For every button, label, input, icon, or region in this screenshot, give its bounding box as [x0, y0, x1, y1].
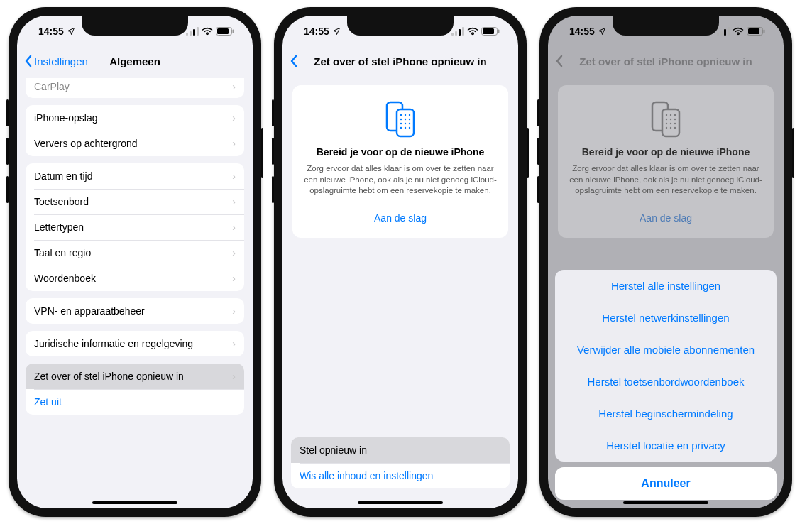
row-label: Taal en regio — [34, 247, 91, 258]
reset-action-sheet: Herstel alle instellingen Herstel netwer… — [555, 270, 777, 500]
chevron-left-icon — [24, 55, 33, 67]
row-shutdown[interactable]: Zet uit — [26, 389, 244, 415]
svg-point-14 — [409, 114, 410, 116]
sheet-reset-all-settings[interactable]: Herstel alle instellingen — [555, 270, 777, 302]
chevron-right-icon: › — [232, 338, 236, 349]
prepare-card: Bereid je voor op de nieuwe iPhone Zorg … — [292, 85, 508, 238]
row-dictionary[interactable]: Woordenboek› — [26, 266, 244, 291]
chevron-right-icon: › — [232, 371, 236, 382]
phone-frame-3: 14:55 Zet over of stel iPhone opnieuw in — [539, 7, 792, 517]
row-label: Datum en tijd — [34, 170, 92, 182]
notch — [82, 16, 188, 36]
settings-group-storage: iPhone-opslag › Ververs op achtergrond › — [26, 105, 244, 156]
phone-frame-2: 14:55 Zet over of stel iPhone opnieuw in — [274, 7, 527, 517]
home-indicator[interactable] — [92, 501, 177, 504]
chevron-right-icon: › — [232, 247, 236, 258]
wifi-icon — [467, 27, 478, 36]
chevron-right-icon: › — [232, 196, 236, 207]
nav-bar: Zet over of stel iPhone opnieuw in — [282, 47, 518, 75]
row-label: Juridische informatie en regelgeving — [34, 338, 193, 349]
settings-group-carplay: CarPlay › — [26, 78, 244, 98]
screen-2: 14:55 Zet over of stel iPhone opnieuw in — [282, 16, 518, 508]
svg-point-15 — [400, 119, 402, 120]
settings-group-locale: Datum en tijd› Toetsenbord› Lettertypen›… — [26, 163, 244, 291]
sheet-reset-home-layout[interactable]: Herstel beginschermindeling — [555, 398, 777, 430]
row-background-refresh[interactable]: Ververs op achtergrond › — [26, 131, 244, 156]
sheet-remove-cellular-plans[interactable]: Verwijder alle mobiele abonnementen — [555, 334, 777, 366]
row-fonts[interactable]: Lettertypen› — [26, 214, 244, 240]
svg-point-18 — [400, 123, 402, 124]
sheet-cancel-button[interactable]: Annuleer — [555, 467, 777, 500]
row-date-time[interactable]: Datum en tijd› — [26, 163, 244, 189]
row-label: Toetsenbord — [34, 196, 89, 207]
back-button[interactable] — [290, 55, 298, 67]
row-label: Ververs op achtergrond — [34, 138, 138, 149]
row-label: VPN- en apparaatbeheer — [34, 305, 145, 317]
svg-point-13 — [405, 114, 406, 116]
location-icon — [332, 27, 341, 36]
row-carplay[interactable]: CarPlay › — [26, 78, 244, 98]
row-label: CarPlay — [34, 81, 70, 92]
get-started-button[interactable]: Aan de slag — [304, 208, 497, 228]
chevron-right-icon: › — [232, 273, 236, 284]
settings-group-vpn: VPN- en apparaatbeheer› — [26, 298, 244, 324]
svg-rect-9 — [498, 30, 500, 33]
sheet-reset-location-privacy[interactable]: Herstel locatie en privacy — [555, 430, 777, 462]
row-transfer-reset[interactable]: Zet over of stel iPhone opnieuw in› — [26, 364, 244, 389]
home-indicator[interactable] — [358, 501, 443, 504]
row-reset[interactable]: Stel opnieuw in — [291, 437, 510, 463]
phone-frame-1: 14:55 Instellingen Algemeen CarPlay › — [9, 7, 261, 517]
screen-1: 14:55 Instellingen Algemeen CarPlay › — [17, 16, 253, 508]
row-label: Woordenboek — [34, 273, 96, 284]
screen-3: 14:55 Zet over of stel iPhone opnieuw in — [548, 16, 784, 508]
svg-rect-6 — [233, 30, 234, 33]
sheet-reset-keyboard-dict[interactable]: Herstel toetsenbordwoordenboek — [555, 366, 777, 398]
svg-rect-8 — [483, 28, 494, 34]
reset-options-list: Stel opnieuw in Wis alle inhoud en inste… — [291, 437, 510, 488]
notch — [613, 16, 719, 36]
row-label: Lettertypen — [34, 222, 84, 233]
nav-bar: Instellingen Algemeen — [17, 47, 253, 75]
chevron-left-icon — [290, 55, 298, 67]
row-iphone-storage[interactable]: iPhone-opslag › — [26, 105, 244, 131]
battery-icon — [481, 27, 500, 36]
notch — [347, 16, 454, 36]
cellular-icon — [186, 27, 199, 36]
row-label: Zet uit — [34, 396, 62, 408]
sheet-reset-network[interactable]: Herstel netwerkinstellingen — [555, 302, 777, 334]
location-icon — [67, 27, 75, 36]
svg-rect-5 — [217, 28, 229, 34]
row-keyboard[interactable]: Toetsenbord› — [26, 189, 244, 214]
row-label: Zet over of stel iPhone opnieuw in — [34, 371, 184, 382]
chevron-right-icon: › — [232, 81, 236, 92]
svg-point-16 — [405, 119, 406, 120]
row-legal[interactable]: Juridische informatie en regelgeving› — [26, 331, 244, 356]
svg-point-23 — [409, 127, 410, 129]
settings-group-reset: Zet over of stel iPhone opnieuw in› Zet … — [26, 364, 244, 415]
two-phones-icon — [383, 99, 418, 139]
card-heading: Bereid je voor op de nieuwe iPhone — [304, 146, 497, 158]
card-body: Zorg ervoor dat alles klaar is om over t… — [304, 163, 497, 197]
back-button[interactable]: Instellingen — [24, 55, 88, 67]
row-label: Stel opnieuw in — [300, 444, 367, 456]
row-language-region[interactable]: Taal en regio› — [26, 240, 244, 266]
chevron-right-icon: › — [232, 222, 236, 233]
cellular-icon — [451, 27, 464, 36]
row-erase-all[interactable]: Wis alle inhoud en instellingen — [291, 463, 510, 488]
chevron-right-icon: › — [232, 170, 236, 182]
home-indicator[interactable] — [623, 501, 708, 504]
svg-point-19 — [405, 123, 406, 124]
action-sheet-options: Herstel alle instellingen Herstel netwer… — [555, 270, 777, 462]
chevron-right-icon: › — [232, 112, 236, 124]
svg-point-21 — [400, 127, 402, 129]
row-vpn-device-mgmt[interactable]: VPN- en apparaatbeheer› — [26, 298, 244, 324]
svg-point-17 — [409, 119, 410, 120]
back-label: Instellingen — [34, 55, 88, 67]
chevron-right-icon: › — [232, 138, 236, 149]
row-label: iPhone-opslag — [34, 112, 98, 124]
wifi-icon — [202, 27, 213, 36]
status-time: 14:55 — [304, 26, 329, 37]
row-label: Wis alle inhoud en instellingen — [300, 470, 433, 481]
svg-point-12 — [400, 114, 402, 116]
svg-point-20 — [409, 123, 410, 124]
